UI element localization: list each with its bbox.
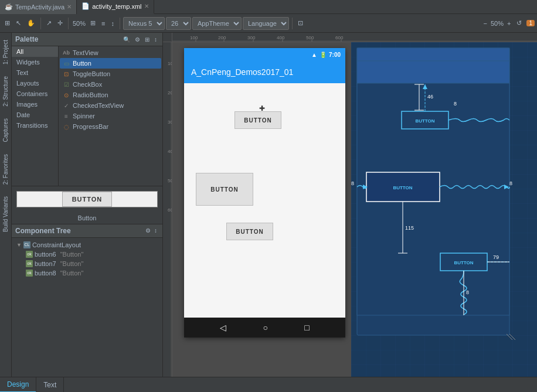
canvas-scroll[interactable]: ▲ 🔋 7:00 A_CnPeng_Demos2017_01 BUTTON	[172, 42, 537, 377]
progressbar-icon: ◌	[62, 122, 70, 131]
zoom-level-label: 50%	[491, 20, 504, 27]
cat-images[interactable]: Images	[12, 99, 58, 110]
canvas-area: 100 200 300 400 500 600	[163, 33, 537, 377]
toolbar: ⊞ ↖ ✋ ↗ ✛ 50% ⊞ ≡ ↕ Nexus 5 26 AppTheme …	[0, 14, 537, 33]
progressbar-label: ProgressBar	[73, 123, 108, 130]
project-tab[interactable]: 1: Project	[1, 35, 10, 69]
palette-content: All Widgets Text Layouts Containers Imag…	[12, 46, 162, 186]
toolbar-sep2	[68, 18, 69, 29]
zoom-out-btn[interactable]: −	[481, 19, 490, 28]
phone-content: BUTTON BUTTON BUTTON ✚	[184, 83, 345, 318]
tree-title: Component Tree	[15, 227, 144, 235]
palette-toggle-btn[interactable]: ⊞	[2, 18, 12, 28]
tree-sort-btn[interactable]: ↕	[152, 227, 159, 234]
svg-text:8: 8	[509, 180, 512, 186]
svg-text:400: 400	[168, 149, 172, 154]
svg-text:100: 100	[190, 35, 198, 40]
cat-text[interactable]: Text	[12, 67, 58, 78]
captures-tab[interactable]: Captures	[1, 114, 10, 147]
tab-java-close[interactable]: ✕	[67, 4, 72, 10]
palette-textview[interactable]: Ab TextView	[60, 47, 161, 58]
select-btn[interactable]: ↗	[44, 18, 54, 28]
phone-title-bar: A_CnPeng_Demos2017_01	[184, 61, 345, 83]
palette-settings-btn[interactable]: ⚙	[133, 36, 142, 43]
svg-text:BUTTON: BUTTON	[393, 185, 412, 190]
textview-label: TextView	[73, 49, 98, 56]
toolbar-number: 50%	[73, 20, 86, 27]
zoom-in-btn[interactable]: +	[505, 19, 513, 28]
tree-header: Component Tree ⚙ ↕	[12, 224, 162, 238]
constraint-layout-label: ConstraintLayout	[32, 241, 81, 248]
phone-button8[interactable]: BUTTON	[226, 223, 273, 240]
ruler-left: 100 200 300 400 500 600	[163, 42, 172, 377]
hand-btn[interactable]: ✋	[25, 18, 38, 28]
palette-sort-btn[interactable]: ↕	[152, 36, 159, 43]
palette-progressbar[interactable]: ◌ ProgressBar	[60, 121, 161, 132]
tree-button7[interactable]: ok button7 "Button"	[14, 259, 160, 268]
recents-btn[interactable]: □	[304, 323, 309, 332]
palette-checkedtextview[interactable]: ✓ CheckedTextView	[60, 100, 161, 111]
cat-transitions[interactable]: Transitions	[12, 120, 58, 131]
tree-constraint-layout[interactable]: ▼ CL ConstraintLayout	[14, 240, 160, 250]
tab-java[interactable]: ☕ TempActivity.java ✕	[0, 0, 77, 14]
palette-items: Ab TextView ▭ Button ⊡ ToggleButton ☑	[59, 46, 162, 186]
api-dropdown[interactable]: 26	[166, 17, 191, 30]
palette-togglebutton[interactable]: ⊡ ToggleButton	[60, 69, 161, 79]
phone-status-bar: ▲ 🔋 7:00	[184, 48, 345, 61]
favorites-tab[interactable]: 2: Favorites	[1, 149, 10, 189]
palette-layout-btn[interactable]: ⊞	[143, 36, 151, 43]
cat-all[interactable]: All	[12, 46, 58, 57]
language-dropdown[interactable]: Language	[243, 17, 289, 30]
align2-btn[interactable]: ≡	[99, 19, 107, 28]
cat-date[interactable]: Date	[12, 110, 58, 120]
tab-xml-close[interactable]: ✕	[144, 3, 149, 9]
palette-spinner[interactable]: ≡ Spinner	[60, 111, 161, 121]
svg-text:100: 100	[168, 61, 172, 66]
tab-text[interactable]: Text	[36, 377, 64, 393]
palette-radiobutton[interactable]: ⊙ RadioButton	[60, 90, 161, 100]
button8-label: button8	[35, 270, 56, 277]
refresh-btn[interactable]: ↺	[514, 18, 524, 28]
tree-expand-icon[interactable]: ▼	[16, 242, 22, 248]
cat-widgets[interactable]: Widgets	[12, 57, 58, 67]
phone-button7[interactable]: BUTTON	[196, 173, 253, 206]
back-btn[interactable]: ◁	[220, 323, 226, 332]
ruler-top: 100 200 300 400 500 600	[163, 33, 537, 42]
device-dropdown[interactable]: Nexus 5	[123, 17, 165, 30]
cat-containers[interactable]: Containers	[12, 88, 58, 99]
cat-layouts[interactable]: Layouts	[12, 78, 58, 88]
tab-java-label: TempActivity.java	[15, 4, 64, 11]
cursor-btn[interactable]: ↖	[13, 18, 23, 28]
blueprint-svg: BUTTON BUTTON BUTTON	[351, 42, 537, 377]
phone-frame: ▲ 🔋 7:00 A_CnPeng_Demos2017_01 BUTTON	[184, 48, 345, 338]
palette-search-btn[interactable]: 🔍	[121, 36, 132, 43]
preview-panel: BUTTON Button	[12, 186, 162, 224]
svg-text:500: 500	[306, 35, 314, 40]
button6-label: button6	[35, 251, 56, 258]
tab-bar: ☕ TempActivity.java ✕ 📄 activity_temp.xm…	[0, 0, 537, 14]
home-btn[interactable]: ○	[263, 323, 268, 332]
structure-tab[interactable]: 2: Structure	[1, 71, 10, 111]
build-variants-tab[interactable]: Build Variants	[1, 192, 10, 237]
button8-icon: ok	[26, 270, 33, 277]
tree-settings-btn[interactable]: ⚙	[144, 227, 152, 234]
tree-button8[interactable]: ok button8 "Button"	[14, 268, 160, 278]
theme-dropdown[interactable]: AppTheme	[192, 17, 242, 30]
svg-text:500: 500	[168, 178, 172, 183]
margin-btn[interactable]: ↕	[108, 19, 117, 28]
layout-view-btn[interactable]: ⊡	[295, 18, 305, 28]
tree-button6[interactable]: ok button6 "Button"	[14, 250, 160, 259]
tab-xml[interactable]: 📄 activity_temp.xml ✕	[77, 0, 154, 14]
tab-design[interactable]: Design	[0, 377, 36, 393]
palette-panel: Palette 🔍 ⚙ ⊞ ↕ All Widgets Text Layouts	[12, 33, 163, 186]
checkbox-icon: ☑	[62, 80, 70, 88]
palette-button[interactable]: ▭ Button	[60, 58, 161, 69]
phone-button6[interactable]: BUTTON	[234, 111, 281, 129]
palette-title: Palette	[15, 35, 121, 43]
move-btn[interactable]: ✛	[55, 18, 65, 28]
palette-checkbox[interactable]: ☑ CheckBox	[60, 79, 161, 90]
align-btn[interactable]: ⊞	[88, 18, 98, 28]
left-vertical-tabs: 1: Project 2: Structure Captures 2: Favo…	[0, 33, 12, 377]
constraint-layout-icon: CL	[23, 241, 30, 248]
svg-text:BUTTON: BUTTON	[454, 260, 473, 265]
